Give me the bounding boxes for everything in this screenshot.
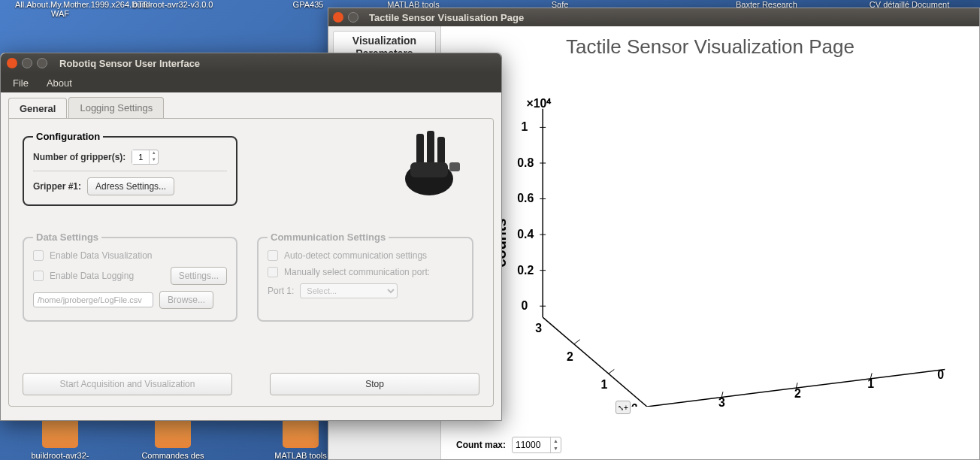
auto-detect-checkbox[interactable] (268, 250, 278, 261)
browse-button[interactable]: Browse... (159, 291, 213, 309)
comm-settings-group: Communication Settings Auto-detect commu… (257, 232, 473, 322)
enable-vis-label: Enable Data Visualization (50, 250, 153, 261)
log-path-input[interactable] (33, 292, 153, 307)
menubar: File About (1, 73, 501, 92)
configuration-legend: Configuration (33, 131, 103, 142)
vis-page-title: Tactile Sensor Visualization Page (441, 26, 979, 68)
svg-text:3: 3 (718, 396, 725, 407)
vis-main-area: Tactile Sensor Visualization Page ×10⁴ 1… (441, 26, 979, 459)
svg-text:0: 0 (631, 402, 637, 407)
enable-log-label: Enable Data Logging (50, 271, 134, 281)
zoom-button[interactable]: ⤡+ (616, 401, 631, 414)
start-acquisition-button[interactable]: Start Acquisition and Visualization (23, 373, 232, 395)
minimize-icon[interactable] (348, 12, 358, 23)
close-icon[interactable] (333, 12, 343, 23)
maximize-icon[interactable] (37, 58, 47, 68)
close-icon[interactable] (7, 58, 17, 68)
gripper1-label: Gripper #1: (33, 181, 81, 192)
configuration-group: Configuration Number of gripper(s): ▲▼ G… (23, 131, 237, 206)
count-max-input[interactable] (513, 437, 550, 452)
menu-about[interactable]: About (39, 74, 80, 92)
num-gripper-spinner[interactable]: ▲▼ (132, 150, 159, 165)
data-settings-legend: Data Settings (33, 232, 101, 243)
minimize-icon[interactable] (22, 58, 32, 68)
manual-port-label: Manually select communication port: (284, 267, 430, 277)
divider (33, 171, 227, 171)
port1-label: Port 1: (268, 286, 294, 296)
spin-up-icon[interactable]: ▲ (551, 437, 561, 445)
svg-line-21 (608, 369, 614, 374)
vis-window-title: Tactile Sensor Visualisation Page (369, 12, 524, 23)
tab-general[interactable]: General (8, 98, 67, 119)
enable-vis-checkbox[interactable] (33, 250, 44, 261)
gripper-image (388, 126, 470, 201)
svg-text:0: 0 (937, 368, 944, 381)
svg-rect-34 (437, 137, 445, 164)
svg-rect-35 (449, 162, 460, 171)
data-settings-group: Data Settings Enable Data Visualization … (23, 232, 237, 322)
svg-text:2: 2 (794, 387, 801, 400)
svg-text:0.6: 0.6 (517, 192, 534, 204)
main-window-title: Robotiq Sensor User Interface (59, 58, 200, 69)
svg-rect-33 (427, 131, 434, 164)
svg-rect-36 (410, 162, 448, 177)
svg-text:0.8: 0.8 (517, 156, 534, 169)
main-titlebar[interactable]: Robotiq Sensor User Interface (1, 53, 501, 73)
stop-button[interactable]: Stop (270, 373, 479, 395)
comm-settings-legend: Communication Settings (268, 232, 389, 243)
tabbar: General Logging Settings (1, 92, 501, 118)
manual-port-checkbox[interactable] (268, 267, 278, 277)
vis-titlebar[interactable]: Tactile Sensor Visualisation Page (328, 8, 979, 26)
spin-down-icon[interactable]: ▼ (551, 445, 561, 452)
menu-file[interactable]: File (5, 74, 36, 92)
num-gripper-input[interactable] (132, 150, 149, 164)
enable-log-checkbox[interactable] (33, 271, 44, 281)
desktop-icon[interactable]: buildroot-avr32- (15, 419, 105, 460)
svg-text:2: 2 (567, 350, 573, 363)
num-gripper-label: Number of gripper(s): (33, 152, 126, 162)
spin-up-icon[interactable]: ▲ (150, 150, 158, 157)
desktop-icon[interactable]: All.About.My.Mother.1999.x264.DTS-WAF (15, 0, 105, 18)
desktop-icon[interactable]: Commandes des systèmes non-liné… (128, 419, 218, 460)
port1-select[interactable]: Select... (300, 283, 398, 298)
svg-text:0: 0 (522, 299, 528, 312)
svg-line-15 (543, 317, 647, 407)
svg-rect-32 (416, 134, 424, 164)
tactile-3d-chart: ×10⁴ 1 0.8 0.6 0.4 0.2 0 counts 3 2 1 0 (479, 79, 964, 407)
tab-content-general: Configuration Number of gripper(s): ▲▼ G… (8, 118, 494, 407)
desktop-icon[interactable]: buildroot-avr32-v3.0.0 (128, 0, 218, 9)
svg-line-20 (574, 340, 580, 344)
svg-text:×10⁴: ×10⁴ (526, 97, 552, 110)
svg-text:1: 1 (522, 120, 528, 133)
log-settings-button[interactable]: Settings... (171, 267, 227, 285)
svg-text:0.4: 0.4 (517, 228, 534, 241)
tab-logging[interactable]: Logging Settings (68, 97, 164, 118)
address-settings-button[interactable]: Adress Settings... (87, 177, 174, 195)
svg-text:0.2: 0.2 (517, 264, 534, 277)
count-max-label: Count max: (456, 440, 506, 450)
spin-down-icon[interactable]: ▼ (150, 157, 158, 164)
svg-text:1: 1 (867, 377, 874, 390)
svg-text:1: 1 (600, 378, 607, 391)
svg-text:3: 3 (535, 322, 542, 334)
robotiq-window: Robotiq Sensor User Interface File About… (0, 53, 502, 421)
auto-detect-label: Auto-detect communication settings (284, 250, 427, 261)
count-max-spinner[interactable]: ▲▼ (512, 437, 561, 453)
